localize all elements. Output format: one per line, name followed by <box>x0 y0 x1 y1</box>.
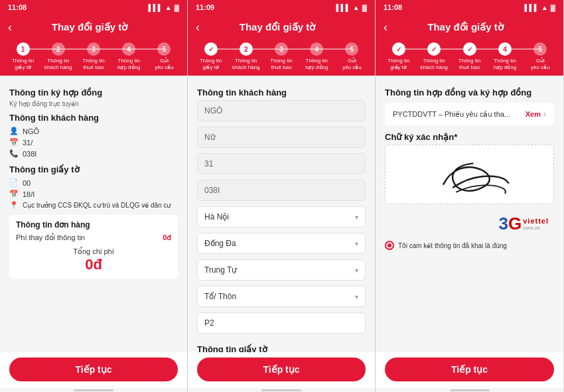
order-box-title: Thông tin đơn hàng <box>16 220 171 229</box>
customer-phone-row: 📞 038I <box>9 148 178 159</box>
back-button-2[interactable]: ‹ <box>196 21 200 34</box>
district-select[interactable]: Đống Đa ▾ <box>197 233 366 254</box>
step-label-2-3: Thông tinthuê bao <box>270 58 292 70</box>
status-icons-3: ▌▌▌ ▲ ▓ <box>525 4 555 11</box>
address-input[interactable] <box>197 312 366 334</box>
step-3-2[interactable]: ✓ Thông tinkhách hàng <box>416 42 451 70</box>
customer-section-title: Thông tin khách hàng <box>9 113 178 123</box>
chevron-down-icon-3: ▾ <box>355 267 358 274</box>
step-3-4[interactable]: 4 Thông tinhợp đồng <box>487 42 522 70</box>
step-2-3[interactable]: 3 Thông tinthuê bao <box>263 42 299 70</box>
battery-icon: ▓ <box>175 4 179 11</box>
hamlet-value: Tổ/ Thôn <box>204 292 236 301</box>
step-label-1: Thông tingiấy tờ <box>12 58 34 70</box>
step-label-3-3: Thông tinthuê bao <box>458 58 480 70</box>
step-2-4[interactable]: 4 Thông tinhợp đồng <box>299 42 334 70</box>
phone-screen-1: 11:08 ▌▌▌ ▲ ▓ ‹ Thay đổi giấy tờ 1 Thông… <box>0 0 188 392</box>
home-indicator-3 <box>450 389 490 391</box>
back-button-3[interactable]: ‹ <box>384 21 388 34</box>
status-icons-1: ▌▌▌ ▲ ▓ <box>149 4 179 11</box>
step-circle-2-3: 3 <box>275 42 288 56</box>
step-circle-2-1: ✓ <box>204 42 218 56</box>
status-bar-3: 11:08 ▌▌▌ ▲ ▓ <box>376 0 563 15</box>
step-label-2: Thông tinkhách hàng <box>44 58 72 70</box>
signature-box[interactable] <box>385 145 554 204</box>
step-1-5[interactable]: 5 Gửiyêu cầu <box>147 42 182 70</box>
arrow-right-icon: › <box>543 109 546 119</box>
step-circle-4: 4 <box>122 42 135 56</box>
back-button-1[interactable]: ‹ <box>8 21 12 34</box>
view-button[interactable]: Xem <box>526 110 541 118</box>
home-indicator-1 <box>74 389 113 391</box>
wifi-icon-3: ▲ <box>541 4 548 11</box>
steps-bar-1: 1 Thông tingiấy tờ 2 Thông tinkhách hàng… <box>0 40 187 76</box>
ward-select[interactable]: Trung Tự ▾ <box>197 259 366 281</box>
step-2-5[interactable]: 5 Gửiyêu cầu <box>334 42 370 70</box>
continue-btn-2[interactable]: Tiếp tục <box>197 358 366 381</box>
chevron-down-icon-2: ▾ <box>355 240 358 247</box>
doc-number-row: 📄 00 <box>9 177 178 188</box>
step-1-2[interactable]: 2 Thông tinkhách hàng <box>40 42 76 70</box>
calendar-icon-1: 📅 <box>9 138 19 147</box>
step-label-4: Thông tinhợp đồng <box>117 58 140 70</box>
doc-number: 00 <box>23 179 31 187</box>
header-3: ‹ Thay đổi giấy tờ <box>376 15 563 40</box>
contract-info-box[interactable]: PYCTDDVTT – Phiếu yêu cầu tha... Xem › <box>385 103 554 125</box>
docs-section-title: Thông tin giấy tờ <box>9 164 178 174</box>
step-label-2-4: Thông tinhợp đồng <box>305 58 328 70</box>
step-circle-3: 3 <box>87 42 100 56</box>
step-label-5: Gửiyêu cầu <box>155 58 174 70</box>
phone-icon: 📞 <box>9 149 19 158</box>
step-2-1[interactable]: ✓ Thông tingiấy tờ <box>193 42 228 70</box>
dob-input[interactable] <box>197 153 366 174</box>
step-circle-5: 5 <box>157 42 171 56</box>
step-label-2-1: Thông tingiấy tờ <box>200 58 222 70</box>
step-circle-3-1: ✓ <box>392 42 405 56</box>
step-2-2[interactable]: 2 Thông tinkhách hàng <box>228 42 263 70</box>
step-1-4[interactable]: 4 Thông tinhợp đồng <box>111 42 147 70</box>
signature-title: Chữ ký xác nhận* <box>385 132 554 142</box>
customer-dob-row: 📅 31/ <box>9 137 178 148</box>
phone-screen-2: 11:09 ▌▌▌ ▲ ▓ ‹ Thay đổi giấy tờ ✓ Thông… <box>188 0 376 392</box>
step-label-3-5: Gửiyêu cầu <box>531 58 550 70</box>
radio-inner <box>388 243 391 247</box>
step-circle-2-4: 4 <box>310 42 323 56</box>
step-1-1[interactable]: 1 Thông tingiấy tờ <box>5 42 40 70</box>
commitment-row: Tôi cam kết thông tin đã khai là đúng <box>385 241 554 250</box>
content-2: Thông tin khách hàng Hà Nội ▾ Đống Đa ▾ … <box>188 76 375 352</box>
wifi-icon-2: ▲ <box>353 4 360 11</box>
hamlet-select[interactable]: Tổ/ Thôn ▾ <box>197 286 366 307</box>
customer-phone: 038I <box>23 150 36 158</box>
chevron-down-icon-1: ▾ <box>355 214 358 221</box>
gender-input[interactable] <box>197 127 366 148</box>
total-price: 0đ <box>16 256 171 273</box>
viettel-brand-text: viettel <box>523 217 549 225</box>
customer-name: NGÔ <box>23 127 39 135</box>
total-label: Tổng chi phí <box>16 247 171 256</box>
header-1: ‹ Thay đổi giấy tờ <box>0 15 187 40</box>
order-item-row: Phí thay đổi thông tin 0đ <box>16 232 171 243</box>
step-circle-2-2: 2 <box>240 42 253 56</box>
continue-btn-3[interactable]: Tiếp tục <box>385 358 554 381</box>
phone-input[interactable] <box>197 180 366 201</box>
step-3-1[interactable]: ✓ Thông tingiấy tờ <box>381 42 416 70</box>
customer-name-row: 👤 NGÔ <box>9 125 178 137</box>
battery-icon-2: ▓ <box>362 4 367 11</box>
step-circle-3-2: ✓ <box>427 42 441 56</box>
province-select[interactable]: Hà Nội ▾ <box>197 206 366 228</box>
continue-btn-1[interactable]: Tiếp tục <box>9 358 178 381</box>
time-2: 11:09 <box>196 3 214 11</box>
contract-section-title: Thông tin ký hợp đồng <box>9 88 178 98</box>
contract-section-subtitle: Ký hợp đồng trực tuyến <box>9 100 178 107</box>
ward-value: Trung Tự <box>204 265 237 275</box>
commitment-label: Tôi cam kết thông tin đã khai là đúng <box>398 242 507 249</box>
province-value: Hà Nội <box>204 212 229 222</box>
order-item-label: Phí thay đổi thông tin <box>16 233 85 242</box>
step-3-3[interactable]: ✓ Thông tinthuê bao <box>452 42 487 70</box>
contract-section-title-3: Thông tin hợp đồng và ký hợp đồng <box>385 88 554 98</box>
step-1-3[interactable]: 3 Thông tinthuê bao <box>76 42 111 70</box>
step-3-5[interactable]: 5 Gửiyêu cầu <box>523 42 558 70</box>
name-input[interactable] <box>197 100 366 121</box>
radio-button[interactable] <box>385 241 394 250</box>
phone-screen-3: 11:08 ▌▌▌ ▲ ▓ ‹ Thay đổi giấy tờ ✓ Thông… <box>376 0 563 392</box>
